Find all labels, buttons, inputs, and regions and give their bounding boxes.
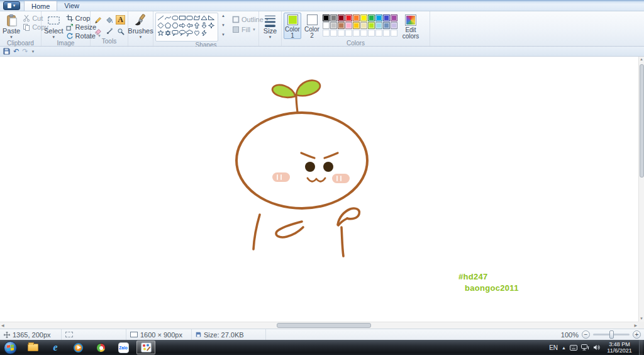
start-button[interactable] (4, 341, 17, 354)
volume-tray-icon[interactable] (593, 344, 600, 351)
zoom-out-button[interactable]: − (582, 330, 590, 339)
taskbar-browser-button[interactable] (91, 341, 110, 354)
network-tray-icon[interactable] (581, 344, 589, 351)
tab-view[interactable]: View (57, 1, 86, 11)
palette-empty-slot[interactable] (368, 30, 375, 37)
language-indicator[interactable]: EN (549, 344, 558, 351)
shape-pentagon[interactable] (165, 23, 171, 28)
scroll-right-arrow[interactable]: ▶ (634, 323, 637, 328)
palette-color-swatch[interactable] (360, 22, 367, 29)
palette-empty-slot[interactable] (360, 30, 367, 37)
taskbar-zalo-button[interactable]: Zalo (114, 341, 133, 354)
horizontal-scroll-thumb[interactable] (277, 323, 371, 328)
palette-empty-slot[interactable] (353, 30, 360, 37)
eraser-tool-button[interactable] (92, 26, 103, 37)
shapes-scroll-down-button[interactable]: ▼ (220, 23, 226, 27)
shape-cloud-callout[interactable] (186, 30, 192, 37)
palette-color-swatch[interactable] (338, 22, 345, 29)
select-button[interactable]: Select ▼ (43, 13, 64, 40)
scroll-left-arrow[interactable]: ◀ (1, 323, 4, 328)
palette-color-swatch[interactable] (330, 22, 337, 29)
show-hidden-icons-button[interactable]: ▲ (562, 346, 566, 350)
shape-hexagon[interactable] (172, 23, 178, 28)
scroll-down-arrow[interactable]: ▼ (640, 316, 643, 321)
edit-colors-button[interactable]: Edit colors (400, 13, 421, 40)
magnifier-tool-button[interactable] (115, 26, 126, 37)
palette-color-swatch[interactable] (375, 22, 382, 29)
qat-customize-button[interactable]: ▼ (31, 50, 35, 54)
shapes-expand-button[interactable]: ▼ (220, 33, 226, 37)
undo-button[interactable]: ↶ (13, 48, 19, 55)
paste-button[interactable]: Paste ▼ (2, 13, 21, 40)
shape-line[interactable] (158, 16, 164, 20)
taskbar-paint-button[interactable] (136, 341, 155, 354)
palette-empty-slot[interactable] (330, 30, 337, 37)
palette-color-swatch[interactable] (360, 14, 367, 21)
taskbar-explorer-button[interactable] (23, 341, 42, 354)
scroll-up-arrow[interactable]: ▲ (640, 57, 643, 62)
palette-color-swatch[interactable] (383, 14, 390, 21)
save-button[interactable] (3, 48, 10, 55)
palette-color-swatch[interactable] (383, 22, 390, 29)
redo-button[interactable]: ↷ (22, 48, 28, 55)
tab-home[interactable]: Home (24, 1, 57, 11)
show-desktop-button[interactable] (639, 340, 643, 355)
palette-color-swatch[interactable] (323, 22, 330, 29)
taskbar-clock[interactable]: 3:48 PM 11/6/2021 (604, 341, 635, 354)
shape-four-point-star[interactable] (209, 23, 214, 28)
palette-empty-slot[interactable] (383, 30, 390, 37)
zoom-slider-thumb[interactable] (609, 330, 614, 339)
palette-color-swatch[interactable] (353, 14, 360, 21)
taskbar-media-player-button[interactable] (69, 341, 87, 354)
palette-empty-slot[interactable] (323, 30, 330, 37)
color2-button[interactable]: Color 2 (303, 13, 321, 39)
text-tool-button[interactable]: A (115, 14, 126, 25)
size-button[interactable]: Size ▼ (261, 13, 279, 40)
pencil-tool-button[interactable] (92, 14, 103, 25)
palette-empty-slot[interactable] (375, 30, 382, 37)
color1-button[interactable]: Color 1 (284, 13, 301, 39)
shape-diamond[interactable] (158, 23, 164, 28)
shape-down-arrow[interactable] (202, 23, 206, 28)
shape-six-point-star[interactable] (165, 30, 170, 36)
shapes-scroll-up-button[interactable]: ▲ (220, 14, 226, 18)
drawing-canvas[interactable]: #hd247 baongoc2011 (0, 57, 638, 322)
shape-curve[interactable] (165, 16, 171, 20)
palette-color-swatch[interactable] (391, 22, 397, 29)
palette-color-swatch[interactable] (368, 22, 375, 29)
palette-color-swatch[interactable] (338, 14, 345, 21)
vertical-scroll-thumb[interactable] (640, 64, 644, 178)
shape-right-arrow[interactable] (180, 23, 186, 28)
palette-color-swatch[interactable] (330, 14, 337, 21)
shape-lightning[interactable] (202, 30, 206, 36)
fill-tool-button[interactable] (104, 14, 114, 25)
palette-color-swatch[interactable] (368, 14, 375, 21)
paint-menu-button[interactable]: ▼ (3, 1, 20, 10)
palette-color-swatch[interactable] (391, 14, 397, 21)
keyboard-tray-icon[interactable] (570, 345, 577, 351)
shape-polygon[interactable] (194, 16, 200, 20)
shape-heart[interactable] (195, 31, 199, 35)
palette-color-swatch[interactable] (345, 14, 352, 21)
palette-color-swatch[interactable] (323, 14, 330, 21)
palette-color-swatch[interactable] (345, 22, 352, 29)
palette-empty-slot[interactable] (338, 30, 345, 37)
zoom-in-button[interactable]: + (633, 330, 641, 339)
palette-empty-slot[interactable] (391, 30, 397, 37)
shape-left-arrow[interactable] (187, 23, 192, 28)
shape-rounded-rectangle[interactable] (187, 16, 192, 20)
palette-color-swatch[interactable] (353, 22, 360, 29)
shape-oval-callout[interactable] (180, 30, 186, 35)
shape-up-arrow[interactable] (195, 23, 199, 28)
shape-rounded-callout[interactable] (172, 31, 178, 37)
color-picker-tool-button[interactable] (104, 26, 114, 37)
shape-triangle[interactable] (201, 16, 207, 20)
brushes-button[interactable]: Brushes ▼ (130, 13, 152, 40)
taskbar-internet-explorer-button[interactable]: e (46, 341, 65, 354)
vertical-scrollbar[interactable]: ▲ ▼ (638, 57, 644, 322)
shape-five-point-star[interactable] (158, 30, 164, 35)
shape-oval[interactable] (172, 16, 178, 20)
shape-rectangle[interactable] (180, 16, 186, 20)
horizontal-scrollbar[interactable]: ◀ ▶ (0, 322, 638, 329)
palette-empty-slot[interactable] (345, 30, 352, 37)
